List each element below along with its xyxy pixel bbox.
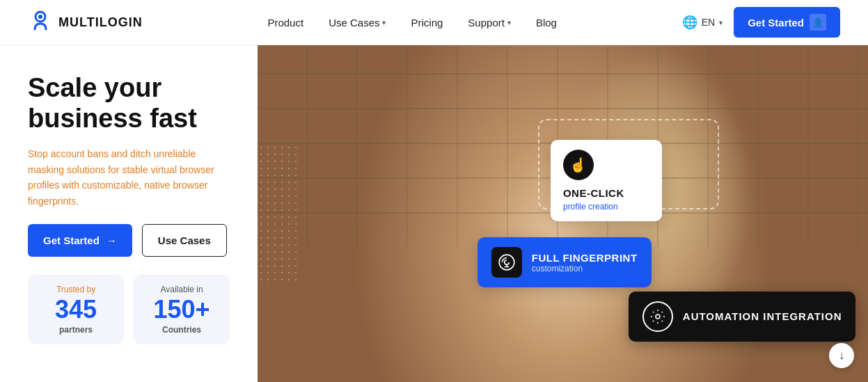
one-click-card: ☝ ONE-CLICK profile creation (551, 140, 662, 221)
finger-click-icon: ☝ (563, 150, 594, 180)
fingerprint-text: FULL FINGERPRINT customization (532, 252, 638, 273)
user-icon: 👤 (810, 14, 826, 31)
one-click-title: ONE-CLICK (563, 187, 624, 199)
hero-use-cases-button[interactable]: Use Cases (142, 224, 227, 257)
stats-row: Trusted by 345 partners Available in 150… (28, 275, 230, 344)
stat-label-available: Available in (160, 285, 203, 294)
hero-buttons: Get Started → Use Cases (28, 224, 230, 257)
logo-icon (28, 10, 53, 35)
svg-point-1 (38, 15, 42, 19)
automation-icon (642, 301, 673, 332)
hero-left-panel: Scale your business fast Stop account ba… (0, 45, 258, 382)
chevron-down-icon: ▾ (719, 19, 723, 26)
hero-get-started-button[interactable]: Get Started → (28, 224, 132, 257)
chevron-down-icon: ▾ (507, 19, 511, 26)
nav-product[interactable]: Product (267, 17, 303, 29)
hero-title: Scale your business fast (28, 73, 230, 134)
fingerprint-title: FULL FINGERPRINT (532, 252, 638, 264)
nav-use-cases[interactable]: Use Cases ▾ (329, 17, 386, 29)
one-click-subtitle: profile creation (563, 202, 618, 212)
stat-number-partners: 345 (55, 296, 97, 324)
brand-name: MULTILOGIN (58, 15, 143, 30)
language-selector[interactable]: 🌐 EN ▾ (682, 15, 723, 30)
globe-icon: 🌐 (682, 15, 697, 30)
stat-card-partners: Trusted by 345 partners (28, 275, 124, 344)
stat-label-trusted: Trusted by (56, 285, 95, 294)
stat-unit-partners: partners (59, 325, 93, 335)
hero-subtitle: Stop account bans and ditch unreliable m… (28, 146, 230, 209)
fingerprint-icon (491, 247, 522, 278)
arrow-down-icon: ↓ (839, 349, 844, 362)
nav-pricing[interactable]: Pricing (411, 17, 443, 29)
svg-point-2 (656, 315, 660, 319)
lang-label: EN (702, 17, 715, 28)
chevron-down-icon: ▾ (382, 19, 386, 26)
nav-blog[interactable]: Blog (536, 17, 557, 29)
navbar-right: 🌐 EN ▾ Get Started 👤 (682, 7, 840, 38)
stat-number-countries: 150+ (153, 296, 210, 324)
fingerprint-subtitle: customization (532, 264, 638, 273)
scroll-down-button[interactable]: ↓ (829, 343, 854, 368)
stat-unit-countries: Countries (162, 325, 201, 335)
logo[interactable]: MULTILOGIN (28, 10, 143, 35)
navbar: MULTILOGIN Product Use Cases ▾ Pricing S… (0, 0, 868, 45)
fingerprint-card: FULL FINGERPRINT customization (478, 237, 652, 287)
nav-support[interactable]: Support ▾ (468, 17, 511, 29)
arrow-right-icon: → (106, 234, 117, 246)
hero-image-panel: ☝ ONE-CLICK profile creation FULL FINGER… (258, 45, 868, 382)
automation-title: AUTOMATION INTEGRATION (683, 310, 842, 322)
get-started-button[interactable]: Get Started 👤 (734, 7, 840, 38)
automation-card: AUTOMATION INTEGRATION (629, 292, 856, 342)
main-nav: Product Use Cases ▾ Pricing Support ▾ Bl… (267, 17, 557, 29)
hero-section: Scale your business fast Stop account ba… (0, 45, 868, 382)
stat-card-countries: Available in 150+ Countries (134, 275, 230, 344)
